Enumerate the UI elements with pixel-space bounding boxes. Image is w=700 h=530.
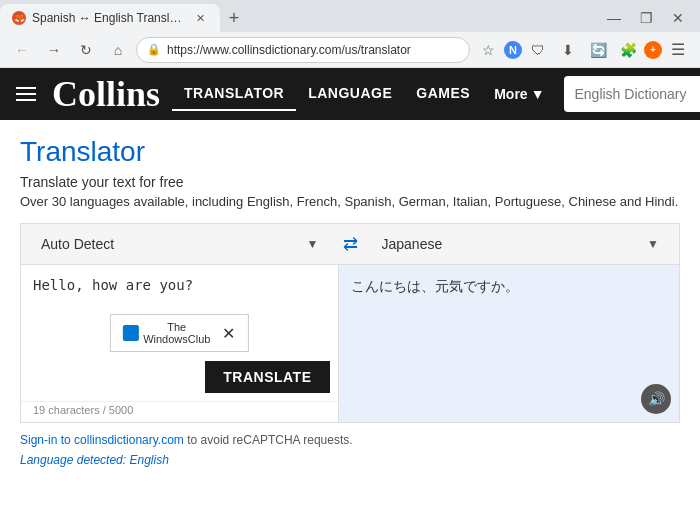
nav-links: TRANSLATOR LANGUAGE GAMES More ▼ xyxy=(172,77,556,111)
target-lang-arrow: ▼ xyxy=(647,237,659,251)
lang-selector-row: Auto Detect ▼ ⇄ Japanese ▼ xyxy=(21,224,679,265)
tab-bar: 🦊 Spanish ↔ English Translator | C× ✕ + … xyxy=(0,0,700,32)
watermark-overlay: The WindowsClub ✕ xyxy=(110,314,248,352)
tab-favicon: 🦊 xyxy=(12,11,26,25)
watermark-logo: The WindowsClub ✕ xyxy=(123,321,235,345)
translator-panes: The WindowsClub ✕ TRANSLATE 19 character… xyxy=(21,265,679,422)
minimize-button[interactable]: — xyxy=(600,4,628,32)
output-pane: こんにちは、元気ですか。 🔊 xyxy=(339,265,680,422)
signin-link[interactable]: Sign-in xyxy=(20,433,57,447)
hamburger-menu[interactable] xyxy=(16,87,36,101)
address-bar-row: ← → ↻ ⌂ 🔒 https://www.collinsdictionary.… xyxy=(0,32,700,68)
nav-games[interactable]: GAMES xyxy=(404,77,482,111)
collins-link[interactable]: to collinsdictionary.com xyxy=(61,433,184,447)
home-button[interactable]: ⌂ xyxy=(104,36,132,64)
tab-close-button[interactable]: ✕ xyxy=(192,10,208,26)
extensions-button[interactable]: 🧩 xyxy=(614,36,642,64)
source-lang-arrow: ▼ xyxy=(307,237,319,251)
detected-language: English xyxy=(129,453,168,467)
browser-menu-button[interactable]: ☰ xyxy=(664,36,692,64)
translate-button[interactable]: TRANSLATE xyxy=(205,361,329,393)
restore-button[interactable]: ❐ xyxy=(632,4,660,32)
header-search-input[interactable] xyxy=(574,86,700,102)
page-title: Translator xyxy=(20,136,680,168)
sync-button[interactable]: 🔄 xyxy=(584,36,612,64)
ext-orange-badge: + xyxy=(644,41,662,59)
input-pane: The WindowsClub ✕ TRANSLATE xyxy=(21,265,338,401)
url-text: https://www.collinsdictionary.com/us/tra… xyxy=(167,43,459,57)
close-watermark-button[interactable]: ✕ xyxy=(222,324,235,343)
detected-language-line: Language detected: English xyxy=(20,453,680,467)
n-extension-badge: N xyxy=(504,41,522,59)
page-content: Translator Translate your text for free … xyxy=(0,120,700,483)
languages-line: Over 30 languages available, including E… xyxy=(20,194,680,209)
lock-icon: 🔒 xyxy=(147,43,161,56)
address-bar[interactable]: 🔒 https://www.collinsdictionary.com/us/t… xyxy=(136,37,470,63)
star-button[interactable]: ☆ xyxy=(474,36,502,64)
target-lang-dropdown[interactable]: Japanese ▼ xyxy=(374,232,668,256)
nav-translator[interactable]: TRANSLATOR xyxy=(172,77,296,111)
back-button[interactable]: ← xyxy=(8,36,36,64)
reload-button[interactable]: ↻ xyxy=(72,36,100,64)
languages-text: Over 30 languages available, including E… xyxy=(20,194,678,209)
watermark-line2: WindowsClub xyxy=(143,333,210,345)
watermark-text: The WindowsClub xyxy=(143,321,210,345)
active-tab[interactable]: 🦊 Spanish ↔ English Translator | C× ✕ xyxy=(0,4,220,32)
header-search-box[interactable]: 🔍 xyxy=(564,76,700,112)
swap-languages-button[interactable]: ⇄ xyxy=(327,233,374,255)
translator-widget: Auto Detect ▼ ⇄ Japanese ▼ xyxy=(20,223,680,423)
tab-title: Spanish ↔ English Translator | C× xyxy=(32,11,186,25)
collins-logo: Collins xyxy=(52,76,160,112)
toolbar-right: ☆ N 🛡 ⬇ 🔄 🧩 + ☰ xyxy=(474,36,692,64)
close-button[interactable]: ✕ xyxy=(664,4,692,32)
detected-label: Language detected: xyxy=(20,453,126,467)
char-count: 19 characters / 5000 xyxy=(21,401,338,422)
translation-output: こんにちは、元気ですか。 xyxy=(351,278,519,294)
signin-suffix: to avoid reCAPTCHA requests. xyxy=(187,433,352,447)
subtitle: Translate your text for free xyxy=(20,174,680,190)
signin-line: Sign-in to collinsdictionary.com to avoi… xyxy=(20,433,680,447)
windows-club-icon xyxy=(123,325,139,341)
shield-button[interactable]: 🛡 xyxy=(524,36,552,64)
more-dropdown-icon: ▼ xyxy=(531,86,545,102)
nav-more[interactable]: More ▼ xyxy=(482,78,556,110)
new-tab-button[interactable]: + xyxy=(220,4,248,32)
nav-language[interactable]: LANGUAGE xyxy=(296,77,404,111)
text-to-speech-button[interactable]: 🔊 xyxy=(641,384,671,414)
download-button[interactable]: ⬇ xyxy=(554,36,582,64)
forward-button[interactable]: → xyxy=(40,36,68,64)
source-lang-dropdown[interactable]: Auto Detect ▼ xyxy=(33,232,327,256)
site-header: Collins TRANSLATOR LANGUAGE GAMES More ▼… xyxy=(0,68,700,120)
watermark-line1: The xyxy=(143,321,210,333)
source-lang-label: Auto Detect xyxy=(41,236,114,252)
target-lang-label: Japanese xyxy=(382,236,443,252)
